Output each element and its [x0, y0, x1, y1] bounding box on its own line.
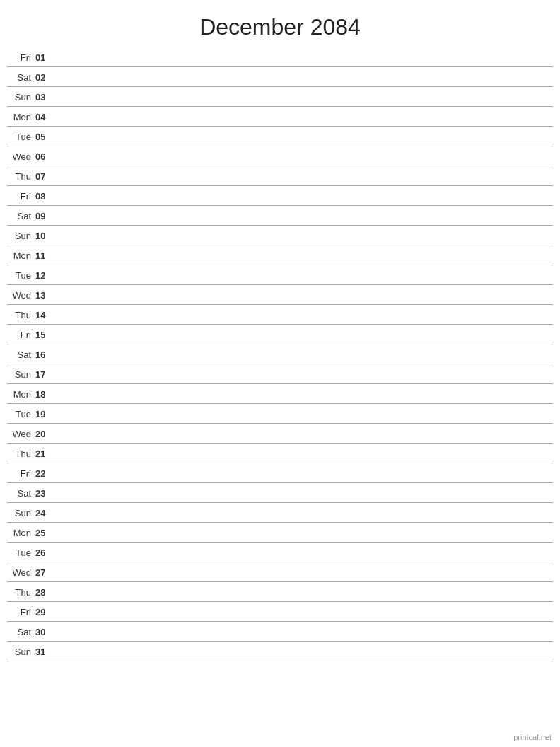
- day-number: 03: [35, 92, 57, 103]
- day-number: 30: [35, 627, 57, 637]
- day-number: 31: [35, 647, 57, 657]
- day-name: Wed: [7, 567, 35, 578]
- day-number: 15: [35, 330, 57, 340]
- day-name: Sun: [7, 508, 35, 519]
- day-number: 14: [35, 310, 57, 320]
- day-number: 11: [35, 250, 57, 261]
- day-name: Sun: [7, 369, 35, 380]
- day-name: Mon: [7, 528, 35, 538]
- day-number: 16: [35, 349, 57, 360]
- day-row: Tue12: [7, 265, 553, 285]
- day-number: 19: [35, 409, 57, 419]
- day-name: Wed: [7, 290, 35, 301]
- day-name: Sat: [7, 627, 35, 637]
- day-name: Sun: [7, 231, 35, 241]
- day-name: Wed: [7, 151, 35, 162]
- day-number: 12: [35, 270, 57, 281]
- day-number: 18: [35, 389, 57, 400]
- day-row: Fri08: [7, 186, 553, 206]
- day-row: Sun31: [7, 642, 553, 661]
- day-name: Fri: [7, 607, 35, 618]
- day-row: Wed13: [7, 285, 553, 305]
- day-row: Thu14: [7, 305, 553, 325]
- day-row: Mon18: [7, 384, 553, 404]
- day-number: 17: [35, 369, 57, 380]
- day-row: Wed27: [7, 562, 553, 582]
- day-row: Thu21: [7, 444, 553, 463]
- day-name: Tue: [7, 270, 35, 281]
- day-row: Sat23: [7, 483, 553, 503]
- day-row: Fri22: [7, 463, 553, 483]
- day-name: Sat: [7, 72, 35, 83]
- day-number: 25: [35, 528, 57, 538]
- day-row: Tue26: [7, 543, 553, 562]
- day-row: Thu28: [7, 582, 553, 602]
- day-number: 07: [35, 171, 57, 182]
- day-number: 05: [35, 132, 57, 142]
- day-number: 29: [35, 607, 57, 618]
- day-number: 21: [35, 448, 57, 459]
- day-name: Sat: [7, 349, 35, 360]
- day-row: Sat02: [7, 67, 553, 87]
- day-number: 28: [35, 587, 57, 598]
- day-name: Sat: [7, 488, 35, 499]
- day-row: Tue05: [7, 127, 553, 146]
- day-row: Mon04: [7, 107, 553, 127]
- day-number: 01: [35, 52, 57, 63]
- day-name: Thu: [7, 310, 35, 320]
- day-name: Tue: [7, 409, 35, 419]
- day-name: Fri: [7, 191, 35, 202]
- day-row: Sun17: [7, 364, 553, 384]
- page-title: December 2084: [0, 0, 560, 47]
- calendar-grid: Fri01Sat02Sun03Mon04Tue05Wed06Thu07Fri08…: [0, 47, 560, 661]
- day-number: 20: [35, 429, 57, 439]
- day-row: Wed06: [7, 146, 553, 166]
- day-row: Mon11: [7, 245, 553, 265]
- day-name: Tue: [7, 548, 35, 558]
- day-name: Thu: [7, 171, 35, 182]
- day-number: 10: [35, 231, 57, 241]
- day-number: 06: [35, 151, 57, 162]
- day-row: Sat16: [7, 344, 553, 364]
- day-number: 23: [35, 488, 57, 499]
- day-name: Fri: [7, 330, 35, 340]
- day-row: Sun10: [7, 226, 553, 245]
- day-row: Sun03: [7, 87, 553, 107]
- day-name: Sat: [7, 211, 35, 221]
- day-row: Fri01: [7, 47, 553, 67]
- day-name: Wed: [7, 429, 35, 439]
- day-row: Mon25: [7, 523, 553, 543]
- day-number: 04: [35, 112, 57, 122]
- day-number: 13: [35, 290, 57, 301]
- watermark: printcal.net: [513, 733, 552, 741]
- day-number: 22: [35, 468, 57, 479]
- day-name: Thu: [7, 448, 35, 459]
- day-number: 09: [35, 211, 57, 221]
- day-row: Tue19: [7, 404, 553, 424]
- day-row: Sat30: [7, 622, 553, 642]
- day-row: Wed20: [7, 424, 553, 444]
- day-name: Mon: [7, 112, 35, 122]
- day-number: 26: [35, 548, 57, 558]
- day-name: Sun: [7, 92, 35, 103]
- day-row: Sat09: [7, 206, 553, 226]
- day-name: Fri: [7, 468, 35, 479]
- day-row: Fri29: [7, 602, 553, 622]
- day-row: Thu07: [7, 166, 553, 186]
- day-row: Fri15: [7, 325, 553, 344]
- day-number: 08: [35, 191, 57, 202]
- day-number: 24: [35, 508, 57, 519]
- day-number: 27: [35, 567, 57, 578]
- day-name: Sun: [7, 647, 35, 657]
- day-row: Sun24: [7, 503, 553, 523]
- day-name: Thu: [7, 587, 35, 598]
- day-name: Fri: [7, 52, 35, 63]
- day-name: Mon: [7, 389, 35, 400]
- day-number: 02: [35, 72, 57, 83]
- day-name: Mon: [7, 250, 35, 261]
- day-name: Tue: [7, 132, 35, 142]
